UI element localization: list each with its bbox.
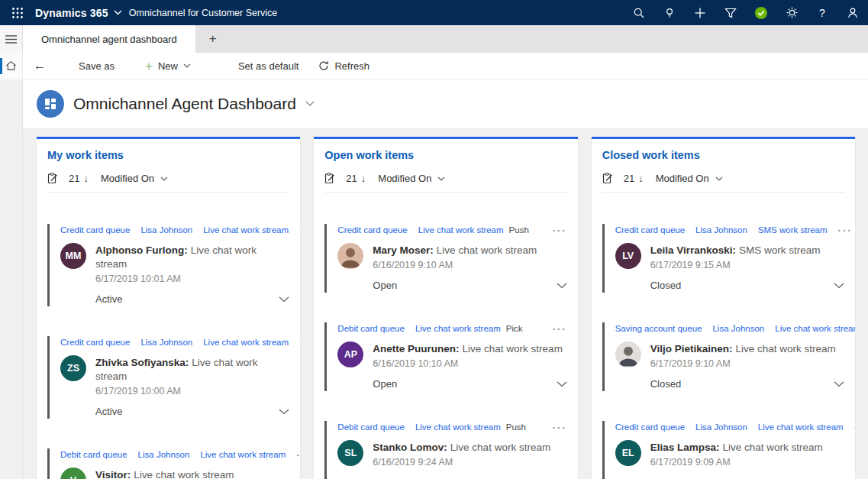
agent-link[interactable]: Lisa Johnson — [712, 324, 764, 333]
work-item-card[interactable]: Debit card queue Live chat work stream P… — [324, 322, 566, 390]
sort-descending-icon[interactable]: ↓ — [638, 173, 644, 184]
timestamp: 6/17/2019 10:01 AM — [95, 273, 289, 284]
agent-link[interactable]: Lisa Johnson — [695, 225, 747, 235]
set-as-default-button[interactable]: Set as default — [228, 53, 309, 79]
agent-link[interactable]: Lisa Johnson — [695, 422, 747, 432]
routing-mode-label: Pick — [506, 324, 523, 333]
dashboard-selector-chevron-icon[interactable] — [305, 101, 315, 107]
workstream-link[interactable]: Live chat work stream — [758, 422, 844, 432]
work-stream-subject: SMS work stream — [739, 244, 821, 256]
workstream-link[interactable]: SMS work stream — [758, 225, 828, 235]
presence-available-icon[interactable] — [746, 0, 776, 25]
card-accent-bar — [602, 224, 605, 293]
app-launcher-icon[interactable] — [0, 0, 35, 25]
queue-link[interactable]: Credit card queue — [60, 225, 130, 235]
queue-link[interactable]: Credit card queue — [337, 225, 407, 235]
refresh-button[interactable]: Refresh — [308, 53, 379, 79]
workstream-link[interactable]: Live chat work stream — [775, 324, 855, 333]
customer-name: Viljo Pietikainen: — [650, 343, 733, 354]
expand-chevron-icon[interactable] — [557, 283, 567, 289]
filter-icon[interactable] — [715, 0, 746, 25]
search-icon[interactable] — [624, 0, 654, 25]
new-button[interactable]: + New — [135, 53, 201, 79]
queue-link[interactable]: Credit card queue — [615, 422, 685, 432]
more-options-icon[interactable]: ··· — [299, 225, 300, 236]
more-options-icon[interactable]: ··· — [854, 422, 855, 433]
expand-chevron-icon[interactable] — [279, 409, 289, 415]
help-icon[interactable]: ? — [807, 0, 837, 25]
card-accent-bar — [324, 224, 327, 293]
timestamp: 6/16/2019 9:24 AM — [373, 457, 550, 468]
workstream-link[interactable]: Live chat work stream — [415, 324, 501, 333]
customer-name: Alphonso Furlong: — [95, 244, 188, 256]
expand-chevron-icon[interactable] — [834, 381, 844, 387]
record-count: 21 — [346, 173, 357, 184]
more-options-icon[interactable]: ··· — [553, 323, 567, 335]
customer-name: Zhivka Sofiyanska: — [95, 357, 189, 368]
queue-link[interactable]: Debit card queue — [337, 324, 405, 333]
queue-link[interactable]: Credit card queue — [615, 225, 685, 235]
sort-field-dropdown[interactable]: Modified On — [656, 173, 723, 184]
agent-link[interactable]: Lisa Johnson — [138, 450, 190, 459]
new-tab-button[interactable]: + — [195, 25, 231, 53]
timestamp: 6/17/2019 9:10 AM — [650, 358, 836, 369]
lightbulb-icon[interactable] — [654, 0, 685, 25]
customer-name: Mary Moser: — [373, 244, 434, 256]
workstream-link[interactable]: Live chat work stream — [415, 422, 501, 432]
sort-field-dropdown[interactable]: Modified On — [378, 173, 445, 184]
expand-chevron-icon[interactable] — [834, 283, 844, 289]
plus-icon: + — [209, 31, 217, 47]
expand-chevron-icon[interactable] — [279, 296, 289, 303]
sort-descending-icon[interactable]: ↓ — [361, 173, 366, 184]
card-accent-bar — [602, 322, 605, 391]
person-silhouette-icon — [615, 341, 641, 367]
workstream-link[interactable]: Live chat work stream — [203, 338, 289, 347]
work-items-clipboard-icon — [47, 173, 58, 184]
work-item-card[interactable]: Credit card queue Lisa Johnson Live chat… — [47, 224, 289, 305]
avatar-photo — [337, 243, 363, 269]
more-options-icon[interactable]: ··· — [553, 225, 567, 236]
queue-link[interactable]: Saving account queue — [615, 324, 702, 333]
more-options-icon[interactable]: ··· — [553, 422, 567, 433]
expand-chevron-icon[interactable] — [557, 381, 567, 387]
home-icon — [5, 60, 17, 71]
work-item-card[interactable]: Debit card queue Lisa Johnson Live chat … — [47, 448, 289, 479]
work-items-clipboard-icon — [324, 173, 335, 184]
person-silhouette-icon — [337, 243, 363, 269]
more-options-icon[interactable]: ··· — [296, 449, 300, 461]
sidebar-item-home[interactable] — [0, 53, 23, 79]
workstream-link[interactable]: Live chat work stream — [418, 225, 504, 235]
timestamp: 6/17/2019 10:00 AM — [95, 386, 289, 396]
account-person-icon[interactable] — [837, 0, 868, 25]
agent-link[interactable]: Lisa Johnson — [140, 225, 192, 235]
save-as-button[interactable]: Save as — [69, 53, 124, 79]
back-button[interactable]: ← — [23, 53, 56, 79]
panel-title: Open work items — [324, 149, 566, 161]
work-item-card[interactable]: Credit card queue Live chat work stream … — [324, 224, 566, 291]
sort-descending-icon[interactable]: ↓ — [83, 173, 89, 184]
more-options-icon[interactable]: ··· — [838, 225, 853, 236]
workstream-link[interactable]: Live chat work stream — [203, 225, 289, 235]
work-item-card[interactable]: Debit card queue Live chat work stream P… — [324, 421, 566, 479]
work-item-card[interactable]: Saving account queue Lisa Johnson Live c… — [602, 322, 844, 390]
sort-field-dropdown[interactable]: Modified On — [101, 173, 168, 184]
hamburger-menu-button[interactable] — [0, 25, 23, 53]
left-navigation-rail[interactable] — [0, 79, 23, 479]
queue-link[interactable]: Debit card queue — [60, 450, 127, 459]
queue-link[interactable]: Debit card queue — [337, 422, 405, 432]
routing-mode-label: Push — [509, 225, 529, 235]
refresh-icon — [318, 60, 329, 71]
add-icon[interactable] — [685, 0, 715, 25]
more-options-icon[interactable]: ··· — [299, 337, 300, 348]
new-plus-icon: + — [145, 60, 153, 73]
work-item-card[interactable]: Credit card queue Lisa Johnson SMS work … — [602, 224, 844, 291]
queue-link[interactable]: Credit card queue — [60, 338, 130, 347]
agent-link[interactable]: Lisa Johnson — [140, 338, 192, 347]
tab-omnichannel-agent-dashboard[interactable]: Omnichannel agent dashboard — [23, 25, 195, 53]
panel-open-work-items: Open work items 21 ↓ Modified On Credit … — [314, 137, 577, 479]
work-item-card[interactable]: Credit card queue Lisa Johnson Live chat… — [47, 336, 289, 417]
work-item-card[interactable]: Credit card queue Lisa Johnson Live chat… — [602, 421, 844, 479]
settings-gear-icon[interactable] — [776, 0, 807, 25]
workstream-link[interactable]: Live chat work stream — [200, 450, 286, 459]
brand-chevron-down-icon[interactable] — [114, 10, 122, 15]
